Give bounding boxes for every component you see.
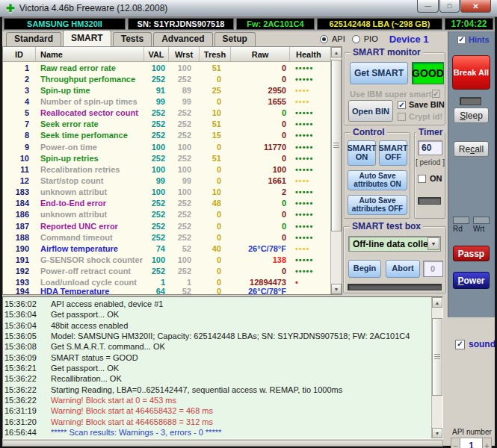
attr-val: 100 (144, 63, 169, 72)
scroll-down-icon[interactable]: ▼ (432, 428, 442, 438)
scroll-up-icon[interactable]: ▲ (432, 297, 442, 308)
auto-save-on-button[interactable]: Auto Save attributes ON (348, 170, 407, 190)
maximize-button[interactable]: □ (439, 0, 460, 13)
spinner-plus-button[interactable]: + (482, 438, 492, 448)
tab[interactable]: Standard (6, 32, 61, 46)
table-row[interactable]: 2 Throughput perfomance 252 252 0 0 ••••… (3, 73, 342, 84)
recall-button[interactable]: Recall (454, 141, 489, 157)
spinner-minus-button[interactable]: − (451, 438, 460, 448)
table-row[interactable]: 12 Start/stop count 99 99 0 1661 •••• (3, 175, 342, 186)
table-row[interactable]: 188 Command timeout 252 252 0 0 ••••• (3, 231, 342, 243)
log-horizontal-scrollbar[interactable] (2, 440, 443, 447)
attr-health-dots: ••••• (290, 120, 327, 128)
timer-title: Timer (416, 127, 445, 137)
attr-tresh: 0 (200, 143, 231, 152)
table-row[interactable]: 5 Reallocated sector count 252 252 10 0 … (3, 108, 342, 119)
pio-radio-label: PIO (364, 34, 378, 43)
log-scrollbar[interactable]: ▲ ▼ (431, 297, 442, 438)
crypt-label: Crypt id! (409, 112, 442, 121)
attr-name: Spin-up retries (36, 154, 144, 163)
col-id[interactable]: ID (3, 47, 36, 61)
power-button[interactable]: Power (453, 272, 490, 289)
table-row[interactable]: 183 unknown attribut 100 100 10 2 ••••• (3, 187, 342, 198)
sound-checkbox[interactable]: ✓ (455, 340, 465, 349)
attr-val: 100 (144, 255, 169, 264)
scroll-up-icon[interactable]: ▲ (331, 47, 342, 57)
table-row[interactable]: 3 Spin-up time 91 89 25 2950 •••• (3, 84, 342, 96)
table-row[interactable]: 10 Spin-up retries 252 252 51 0 ••••• (3, 152, 342, 164)
attr-wrst: 99 (169, 176, 200, 185)
attr-id: 9 (3, 143, 36, 152)
col-wrst[interactable]: Wrst (169, 47, 200, 61)
open-bin-button[interactable]: Open BIN (348, 100, 393, 122)
smart-off-button[interactable]: SMART OFF (379, 140, 407, 166)
table-row-partial[interactable]: 194 HDA Temperature 64 52 0 26°C/78°F (3, 288, 342, 294)
table-scrollbar[interactable]: ▲ ▼ (330, 47, 342, 294)
log-time: 15:36:09 (4, 352, 42, 363)
table-row[interactable]: 9 Power-on time 100 100 0 11770 ••••• (3, 141, 342, 152)
hints-checkbox[interactable]: ✓ (457, 36, 466, 44)
attr-name: G-SENSOR shock counter (36, 255, 144, 264)
test-count-field[interactable]: 0 (423, 261, 443, 277)
tab[interactable]: SMART (63, 30, 111, 46)
scroll-down-icon[interactable]: ▼ (331, 284, 342, 294)
table-row[interactable]: 184 End-to-End error 252 252 48 0 ••••• (3, 198, 342, 209)
table-row[interactable]: 192 Power-off retract count 252 252 0 0 … (3, 266, 342, 277)
begin-button[interactable]: Begin (348, 260, 381, 278)
tab[interactable]: Advanced (153, 32, 212, 46)
col-val[interactable]: VAL (144, 47, 169, 61)
table-row[interactable]: 1 Raw read error rate 100 100 51 0 ••••• (3, 62, 342, 73)
tab[interactable]: Tests (113, 32, 152, 46)
timer-period-input[interactable]: 60 (418, 140, 442, 155)
col-raw[interactable]: Raw (231, 47, 290, 61)
passport-button[interactable]: Passp (453, 246, 490, 261)
attr-wrst: 252 (169, 131, 200, 140)
dropdown-arrow-icon[interactable]: ▼ (427, 237, 439, 250)
attr-wrst: 252 (169, 154, 200, 163)
test-select[interactable]: Off-line data collect ▼ (348, 236, 441, 252)
table-row[interactable]: 193 Load/unload cycle count 1 1 0 128944… (3, 277, 342, 288)
drive-model: SAMSUNG HM320II (4, 18, 126, 30)
attr-raw: 2950 (231, 86, 290, 95)
control-group: Control SMART ON SMART OFF Auto Save att… (344, 132, 410, 219)
table-row[interactable]: 8 Seek time perfomance 252 252 15 0 ••••… (3, 130, 342, 141)
tab-label: SMART (71, 33, 103, 43)
abort-button[interactable]: Abort (386, 260, 420, 278)
table-row[interactable]: 191 G-SENSOR shock counter 100 100 0 138… (3, 254, 342, 265)
api-radio[interactable] (320, 35, 328, 43)
crypt-checkbox (398, 113, 406, 121)
col-health[interactable]: Health (290, 47, 327, 61)
close-button[interactable]: ✕ (460, 0, 491, 13)
attr-health-dots: •••• (290, 245, 327, 252)
get-smart-button[interactable]: Get SMART (350, 62, 408, 84)
table-scrollbar-thumb[interactable] (331, 60, 342, 231)
col-tresh[interactable]: Tresh (200, 47, 231, 61)
table-row[interactable]: 7 Seek error rate 252 252 51 0 ••••• (3, 119, 342, 130)
log-area[interactable]: 15:36:02 API access enabled, device #1 1… (2, 296, 443, 439)
log-scrollbar-thumb[interactable] (432, 318, 442, 396)
table-row[interactable]: 186 unknown attribut 252 252 0 0 ••••• (3, 209, 342, 220)
attr-val: 252 (144, 267, 169, 276)
sleep-button[interactable]: Sleep (454, 108, 489, 123)
tab-label: Standard (14, 34, 53, 44)
title-bar[interactable]: ✚ Victoria 4.46b Freeware (12.08.2008) —… (0, 0, 497, 17)
table-row[interactable]: 11 Recalibration retries 100 100 0 100 •… (3, 164, 342, 175)
minimize-button[interactable]: — (417, 0, 439, 13)
attr-id: 4 (3, 97, 36, 106)
attr-tresh: 0 (200, 233, 231, 242)
table-row[interactable]: 190 Airflow temperature 74 52 40 26°C/78… (3, 243, 342, 254)
table-row[interactable]: 187 Reported UNC error 252 252 0 0 ••••• (3, 220, 342, 231)
table-row[interactable]: 4 Number of spin-up times 99 99 0 1655 •… (3, 96, 342, 107)
tab[interactable]: Setup (214, 32, 256, 46)
log-text: API access enabled, device #1 (42, 299, 163, 309)
attr-wrst: 100 (169, 165, 200, 174)
auto-save-off-button[interactable]: Auto Save attributes OFF (348, 195, 407, 215)
col-name[interactable]: Name (36, 47, 144, 61)
break-all-button[interactable]: Break All (452, 55, 490, 90)
smart-on-button[interactable]: SMART ON (348, 140, 376, 166)
attr-val: 99 (144, 97, 169, 106)
pio-radio[interactable] (352, 35, 360, 43)
attr-id: 1 (3, 63, 36, 72)
timer-on-checkbox[interactable] (418, 175, 426, 183)
save-bin-checkbox[interactable]: ✓ (398, 101, 406, 109)
